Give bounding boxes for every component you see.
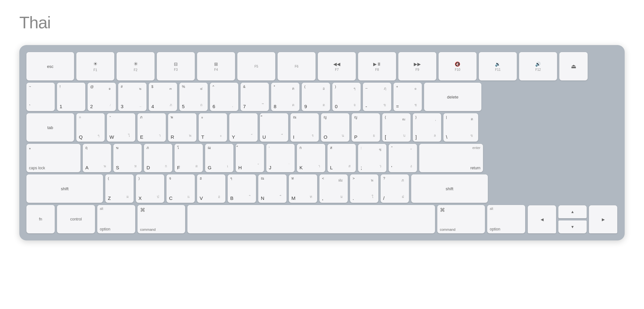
- qwerty-row: tab ○ Qๆ " Wไ ภ Eา: [26, 113, 618, 142]
- key-z[interactable]: ( Zผ: [105, 174, 134, 203]
- key-c[interactable]: จ Cแ: [166, 174, 195, 203]
- key-k[interactable]: ก Kา: [297, 144, 325, 172]
- key-x[interactable]: ) Xป: [136, 174, 164, 203]
- key-m[interactable]: ท Mท: [289, 174, 317, 203]
- zxcv-row: shift ( Zผ ) Xป จ Cแ: [26, 174, 618, 203]
- arrow-up-down-col: ▲ ▼: [558, 205, 587, 233]
- key-fn[interactable]: fn: [26, 205, 55, 233]
- key-0[interactable]: )ๆ 0จ: [332, 83, 361, 111]
- key-semicolon[interactable]: :ซ ;ว: [358, 144, 386, 172]
- key-enter[interactable]: enter return: [419, 144, 483, 172]
- key-quote[interactable]: "" 'ง: [389, 144, 417, 172]
- key-f3[interactable]: ⊟ F3: [157, 52, 195, 80]
- key-5[interactable]: %๔ 5ถ: [179, 83, 208, 111]
- page-title: Thai: [19, 13, 51, 32]
- key-f2[interactable]: ✳ F2: [117, 52, 155, 80]
- key-comma[interactable]: <ฝม ,ม: [319, 174, 348, 203]
- key-b[interactable]: ๆ Bิ: [228, 174, 256, 203]
- key-minus[interactable]: _ฦ -ข: [363, 83, 391, 111]
- key-command-right[interactable]: ⌘ command: [437, 205, 485, 233]
- key-y[interactable]: Yั: [229, 113, 258, 142]
- keyboard-inner: esc ☀ F1 ✳ F2 ⊟ F3: [26, 52, 618, 233]
- key-s[interactable]: ฆ Sห: [113, 144, 142, 172]
- key-9[interactable]: (อ 9ต: [302, 83, 330, 111]
- keyboard: esc ☀ F1 ✳ F2 ⊟ F3: [19, 45, 625, 240]
- key-arrow-up[interactable]: ▲: [558, 205, 587, 218]
- key-i[interactable]: ณ Iร: [290, 113, 319, 142]
- key-arrow-right[interactable]: ▶: [589, 205, 617, 233]
- key-t[interactable]: ะ Tะ: [199, 113, 227, 142]
- key-f9[interactable]: ▶▶ F9: [398, 52, 436, 80]
- key-eject[interactable]: ⏏: [559, 52, 588, 80]
- key-a[interactable]: ฤ Aพ: [83, 144, 111, 172]
- key-command-left[interactable]: ⌘ command: [137, 205, 185, 233]
- key-backslash[interactable]: |ค \ข: [443, 113, 478, 142]
- key-l[interactable]: ส Lส: [327, 144, 356, 172]
- key-3[interactable]: #๒ 3_: [118, 83, 147, 111]
- number-row: ~ ` ! 1 @๑ 2/ #๒ 3_: [26, 83, 618, 111]
- key-8[interactable]: *ฅ 8ค: [271, 83, 299, 111]
- key-control[interactable]: control: [57, 205, 95, 233]
- key-shift-right[interactable]: shift: [411, 174, 488, 203]
- key-u[interactable]: ี Uี: [260, 113, 288, 142]
- key-g[interactable]: ฌ Gเ: [205, 144, 233, 172]
- key-p[interactable]: ญ Pย: [352, 113, 380, 142]
- key-f11[interactable]: 🔉 F11: [479, 52, 517, 80]
- asdf-row: • caps lock ฤ Aพ ฆ Sห ภ Dก: [26, 144, 618, 172]
- key-q[interactable]: ○ Qๆ: [76, 113, 105, 142]
- key-bracket-l[interactable]: {ฒ [บ: [382, 113, 411, 142]
- arrow-cluster: ◀ ▲ ▼ ▶: [527, 205, 618, 233]
- key-backtick[interactable]: ~ `: [26, 83, 55, 111]
- key-1[interactable]: ! 1: [57, 83, 85, 111]
- key-6[interactable]: ^ 6ุ: [210, 83, 238, 111]
- key-2[interactable]: @๑ 2/: [88, 83, 116, 111]
- key-equals[interactable]: +๏ =ช: [393, 83, 422, 111]
- key-f12[interactable]: 🔊 F12: [519, 52, 557, 80]
- key-w[interactable]: " Wไ: [107, 113, 135, 142]
- key-bracket-r[interactable]: }, ]ล: [413, 113, 441, 142]
- key-f[interactable]: โ Fด: [175, 144, 203, 172]
- key-f5[interactable]: F5: [237, 52, 275, 80]
- key-option-left[interactable]: alt option: [97, 205, 135, 233]
- key-capslock[interactable]: • caps lock: [26, 144, 80, 172]
- key-option-right[interactable]: alt option: [487, 205, 525, 233]
- key-f1[interactable]: ☀ F1: [76, 52, 114, 80]
- key-f7[interactable]: ◀◀ F7: [318, 52, 356, 80]
- key-j[interactable]: ' J่: [266, 144, 295, 172]
- key-n[interactable]: ณ Nื: [258, 174, 287, 203]
- key-o[interactable]: ญ Oน: [321, 113, 349, 142]
- key-f8[interactable]: ▶⏸ F8: [358, 52, 396, 80]
- key-e[interactable]: ภ Eา: [137, 113, 166, 142]
- key-v[interactable]: ฮ Vอ: [197, 174, 225, 203]
- key-r[interactable]: พ Rพ: [168, 113, 196, 142]
- key-space[interactable]: [187, 205, 435, 233]
- key-arrow-left[interactable]: ◀: [528, 205, 556, 233]
- key-d[interactable]: ภ Dก: [144, 144, 172, 172]
- key-period[interactable]: >พ .ใ: [350, 174, 378, 203]
- modifier-row: fn control alt option ⌘ command: [26, 205, 618, 233]
- key-shift-left[interactable]: shift: [26, 174, 103, 203]
- key-tab[interactable]: tab: [26, 113, 74, 142]
- key-esc[interactable]: esc: [26, 52, 74, 80]
- key-f4[interactable]: ⊞ F4: [197, 52, 235, 80]
- key-slash[interactable]: ?ภ /ฝ: [381, 174, 409, 203]
- key-delete[interactable]: delete: [424, 83, 481, 111]
- key-4[interactable]: $๓ 4ภ: [149, 83, 177, 111]
- fkey-row: esc ☀ F1 ✳ F2 ⊟ F3: [26, 52, 618, 80]
- key-arrow-down[interactable]: ▼: [558, 220, 587, 233]
- key-7[interactable]: & 7ึ: [241, 83, 269, 111]
- key-h[interactable]: ็ H้: [236, 144, 264, 172]
- key-f10[interactable]: 🔇 F10: [439, 52, 477, 80]
- arrow-top: ◀ ▲ ▼ ▶: [528, 205, 617, 233]
- key-f6[interactable]: F6: [278, 52, 316, 80]
